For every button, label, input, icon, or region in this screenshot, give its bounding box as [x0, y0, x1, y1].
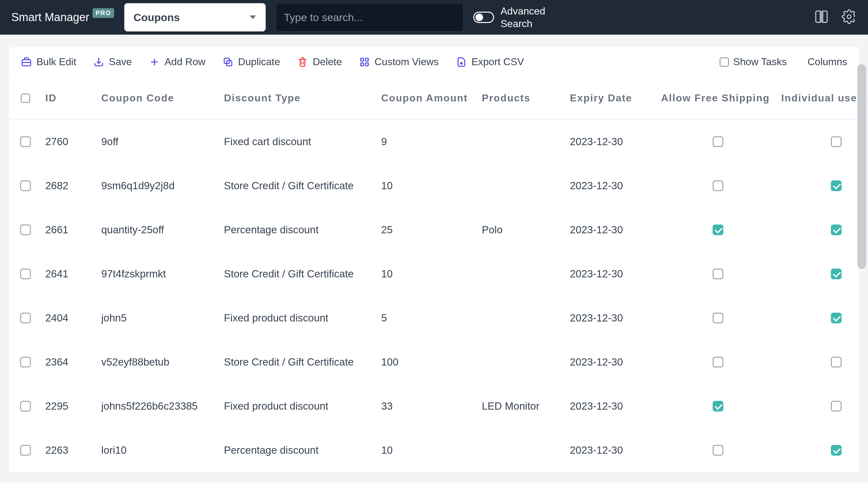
cell-id[interactable]: 2364 — [42, 356, 98, 368]
individual-use-checkbox[interactable] — [831, 445, 842, 456]
cell-expiry[interactable]: 2023-12-30 — [567, 444, 658, 456]
cell-type[interactable]: Percentage discount — [221, 444, 378, 456]
cell-type[interactable]: Fixed product discount — [221, 312, 378, 324]
cell-expiry[interactable]: 2023-12-30 — [567, 136, 658, 148]
cell-expiry[interactable]: 2023-12-30 — [567, 180, 658, 192]
columns-button[interactable]: Columns — [804, 56, 847, 68]
row-checkbox[interactable] — [20, 268, 31, 279]
gear-icon[interactable] — [842, 9, 857, 26]
table-row[interactable]: 2760 9off Fixed cart discount 9 2023-12-… — [9, 120, 859, 164]
individual-use-checkbox[interactable] — [831, 357, 842, 367]
table-row[interactable]: 2263 lori10 Percentage discount 10 2023-… — [9, 428, 859, 472]
cell-products[interactable]: Polo — [479, 224, 567, 236]
table-row[interactable]: 2641 97t4fzskprmkt Store Credit / Gift C… — [9, 252, 859, 296]
row-checkbox[interactable] — [20, 136, 31, 147]
individual-use-checkbox[interactable] — [831, 225, 842, 235]
table-row[interactable]: 2364 v52eyf88betub Store Credit / Gift C… — [9, 340, 859, 384]
cell-id[interactable]: 2404 — [42, 312, 98, 324]
cell-amount[interactable]: 10 — [378, 268, 479, 280]
show-tasks-checkbox[interactable] — [719, 57, 729, 67]
cell-amount[interactable]: 10 — [378, 180, 479, 192]
cell-code[interactable]: 9sm6q1d9y2j8d — [98, 180, 221, 192]
col-expiry-date[interactable]: Expiry Date — [567, 92, 658, 104]
cell-type[interactable]: Fixed product discount — [221, 400, 378, 412]
individual-use-checkbox[interactable] — [831, 136, 842, 147]
row-checkbox[interactable] — [20, 225, 31, 235]
scrollbar[interactable] — [857, 64, 866, 269]
search-input[interactable] — [284, 11, 455, 24]
free-shipping-checkbox[interactable] — [713, 445, 723, 456]
entity-selector[interactable]: Coupons — [124, 3, 266, 31]
cell-expiry[interactable]: 2023-12-30 — [567, 268, 658, 280]
cell-code[interactable]: 9off — [98, 136, 221, 148]
cell-type[interactable]: Percentage discount — [221, 224, 378, 236]
table-row[interactable]: 2682 9sm6q1d9y2j8d Store Credit / Gift C… — [9, 164, 859, 208]
cell-amount[interactable]: 5 — [378, 312, 479, 324]
cell-amount[interactable]: 100 — [378, 356, 479, 368]
cell-expiry[interactable]: 2023-12-30 — [567, 224, 658, 236]
row-checkbox[interactable] — [20, 401, 31, 411]
cell-expiry[interactable]: 2023-12-30 — [567, 356, 658, 368]
row-checkbox[interactable] — [20, 357, 31, 367]
cell-expiry[interactable]: 2023-12-30 — [567, 312, 658, 324]
docs-icon[interactable] — [814, 9, 829, 26]
advanced-search-toggle[interactable] — [473, 12, 494, 23]
cell-amount[interactable]: 25 — [378, 224, 479, 236]
table-row[interactable]: 2404 john5 Fixed product discount 5 2023… — [9, 296, 859, 340]
free-shipping-checkbox[interactable] — [713, 136, 723, 147]
row-checkbox[interactable] — [20, 445, 31, 456]
col-id[interactable]: ID — [42, 92, 98, 104]
col-products[interactable]: Products — [479, 92, 567, 104]
export-csv-button[interactable]: Export CSV — [456, 56, 524, 68]
row-checkbox[interactable] — [20, 180, 31, 191]
cell-id[interactable]: 2263 — [42, 444, 98, 456]
col-coupon-code[interactable]: Coupon Code — [98, 92, 221, 104]
col-discount-type[interactable]: Discount Type — [221, 92, 378, 104]
free-shipping-checkbox[interactable] — [713, 313, 723, 323]
delete-button[interactable]: Delete — [297, 56, 342, 68]
table-row[interactable]: 2661 quantity-25off Percentage discount … — [9, 208, 859, 252]
cell-amount[interactable]: 10 — [378, 444, 479, 456]
table-row[interactable]: 2295 johns5f226b6c23385 Fixed product di… — [9, 384, 859, 428]
individual-use-checkbox[interactable] — [831, 180, 842, 191]
search-box[interactable] — [276, 3, 463, 31]
add-row-button[interactable]: Add Row — [149, 56, 205, 68]
cell-type[interactable]: Store Credit / Gift Certificate — [221, 180, 378, 192]
cell-amount[interactable]: 33 — [378, 400, 479, 412]
free-shipping-checkbox[interactable] — [713, 268, 723, 279]
cell-id[interactable]: 2760 — [42, 136, 98, 148]
free-shipping-checkbox[interactable] — [713, 401, 723, 411]
bulk-edit-button[interactable]: Bulk Edit — [21, 56, 76, 68]
cell-expiry[interactable]: 2023-12-30 — [567, 400, 658, 412]
cell-products[interactable]: LED Monitor — [479, 400, 567, 412]
individual-use-checkbox[interactable] — [831, 268, 842, 279]
free-shipping-checkbox[interactable] — [713, 180, 723, 191]
col-free-shipping[interactable]: Allow Free Shipping — [658, 92, 778, 104]
row-checkbox[interactable] — [20, 313, 31, 323]
cell-amount[interactable]: 9 — [378, 136, 479, 148]
cell-code[interactable]: lori10 — [98, 444, 221, 456]
free-shipping-checkbox[interactable] — [713, 357, 723, 367]
free-shipping-checkbox[interactable] — [713, 225, 723, 235]
cell-code[interactable]: v52eyf88betub — [98, 356, 221, 368]
cell-type[interactable]: Fixed cart discount — [221, 136, 378, 148]
col-individual-use[interactable]: Individual use only — [778, 92, 868, 104]
cell-id[interactable]: 2682 — [42, 180, 98, 192]
cell-code[interactable]: john5 — [98, 312, 221, 324]
cell-type[interactable]: Store Credit / Gift Certificate — [221, 356, 378, 368]
cell-code[interactable]: johns5f226b6c23385 — [98, 400, 221, 412]
select-all-checkbox[interactable] — [21, 93, 30, 103]
individual-use-checkbox[interactable] — [831, 401, 842, 411]
individual-use-checkbox[interactable] — [831, 313, 842, 323]
cell-id[interactable]: 2641 — [42, 268, 98, 280]
save-button[interactable]: Save — [93, 56, 132, 68]
cell-type[interactable]: Store Credit / Gift Certificate — [221, 268, 378, 280]
cell-code[interactable]: quantity-25off — [98, 224, 221, 236]
custom-views-button[interactable]: Custom Views — [359, 56, 439, 68]
col-coupon-amount[interactable]: Coupon Amount — [378, 92, 479, 104]
cell-id[interactable]: 2661 — [42, 224, 98, 236]
duplicate-button[interactable]: Duplicate — [222, 56, 280, 68]
cell-code[interactable]: 97t4fzskprmkt — [98, 268, 221, 280]
show-tasks-toggle[interactable]: Show Tasks — [719, 56, 787, 68]
cell-id[interactable]: 2295 — [42, 400, 98, 412]
